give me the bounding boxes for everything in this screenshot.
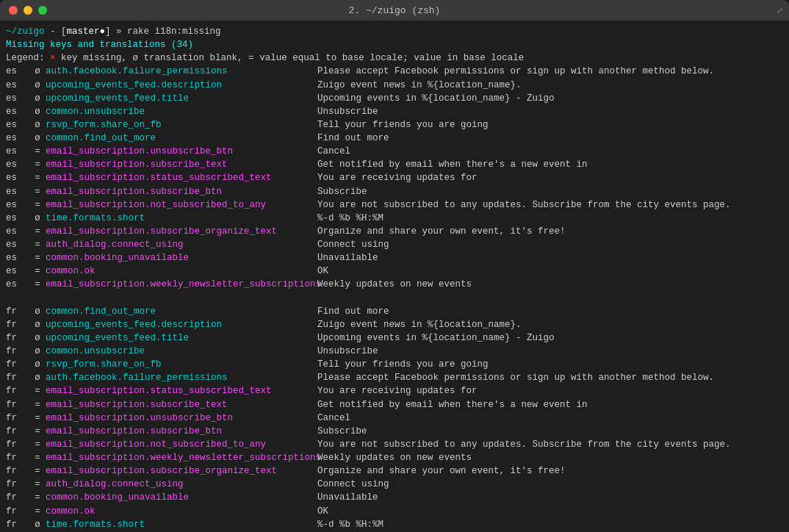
table-row: fr=email_subscription.status_subscribed_… [6,384,783,398]
table-row: frøupcoming_events_feed.titleUpcoming ev… [6,331,783,345]
table-row: esøcommon.unsubscribeUnsubscribe [6,105,783,118]
table-row: fr=email_subscription.subscribe_textGet … [6,398,783,411]
table-row: es=email_subscription.weekly_newsletter_… [6,278,783,291]
table-row: es=auth_dialog.connect_usingConnect usin… [6,238,783,251]
table-row: es=email_subscription.not_subscribed_to_… [6,198,783,212]
window-title: 2. ~/zuigo (zsh) [349,5,441,16]
prompt-line-1: ~/zuigo - [master●] » rake i18n:missing [6,25,783,38]
prompt-bracket: ] » [105,25,127,38]
eq-mark: = [248,51,254,65]
terminal-content: ~/zuigo - [master●] » rake i18n:missing … [0,21,789,532]
es-rows: esøauth.facebook.failure_permissionsPlea… [6,65,783,291]
title-bar: 2. ~/zuigo (zsh) ⤢ [0,0,789,21]
table-row: es=email_subscription.subscribe_organize… [6,225,783,238]
blank-line-1 [6,292,783,305]
table-row: frøupcoming_events_feed.descriptionZuigo… [6,318,783,331]
table-row: fr=email_subscription.subscribe_btnSubsc… [6,425,783,438]
fr-rows: frøcommon.find_out_moreFind out morefrøu… [6,305,783,531]
table-row: frøcommon.find_out_moreFind out more [6,305,783,318]
table-row: frøcommon.unsubscribeUnsubscribe [6,345,783,358]
table-row: es=email_subscription.subscribe_btnSubsc… [6,185,783,198]
table-row: fr=email_subscription.weekly_newsletter_… [6,451,783,464]
table-row: frørsvp_form.share_on_fbTell your friend… [6,358,783,371]
x-mark: × [50,51,56,65]
minimize-button[interactable] [24,6,32,15]
table-row: es=common.okOK [6,265,783,278]
table-row: esøcommon.find_out_moreFind out more [6,132,783,145]
prompt-sep: - [ [45,25,67,38]
section-missing-header: Missing keys and translations (34) [6,38,783,51]
table-row: es=email_subscription.status_subscribed_… [6,171,783,184]
legend-text: Legend: [6,51,50,65]
prompt-user: ~/zuigo [6,25,45,38]
table-row: fr=email_subscription.subscribe_organize… [6,464,783,478]
legend-line: Legend: × key missing, ø translation bla… [6,51,783,65]
table-row: esøupcoming_events_feed.descriptionZuigo… [6,79,783,92]
terminal-window: 2. ~/zuigo (zsh) ⤢ ~/zuigo - [master●] »… [0,0,789,532]
resize-icon: ⤢ [777,6,783,15]
table-row: esørsvp_form.share_on_fbTell your friend… [6,118,783,132]
table-row: fr=email_subscription.not_subscribed_to_… [6,438,783,451]
table-row: esøauth.facebook.failure_permissionsPlea… [6,65,783,78]
prompt-command: rake i18n:missing [127,25,221,38]
prompt-branch: master● [67,25,106,38]
missing-header-text: Missing keys and translations (34) [6,38,193,51]
table-row: esøtime.formats.short%-d %b %H:%M [6,212,783,225]
table-row: frøtime.formats.short%-d %b %H:%M [6,518,783,531]
table-row: fr=common.booking_unavailableUnavailable [6,491,783,504]
table-row: fr=common.okOK [6,505,783,518]
table-row: es=email_subscription.unsubscribe_btnCan… [6,145,783,158]
table-row: es=common.booking_unavailableUnavailable [6,251,783,265]
close-button[interactable] [9,6,18,15]
table-row: frøauth.facebook.failure_permissionsPlea… [6,371,783,384]
zero-mark: ø [133,51,139,65]
legend-part1: key missing, [56,51,133,65]
legend-part2: translation blank, [138,51,248,65]
maximize-button[interactable] [38,6,47,15]
table-row: esøupcoming_events_feed.titleUpcoming ev… [6,92,783,105]
table-row: fr=email_subscription.unsubscribe_btnCan… [6,411,783,425]
legend-part3: value equal to base locale; value in bas… [254,51,525,65]
table-row: es=email_subscription.subscribe_textGet … [6,158,783,171]
traffic-lights [9,6,47,15]
table-row: fr=auth_dialog.connect_usingConnect usin… [6,478,783,491]
